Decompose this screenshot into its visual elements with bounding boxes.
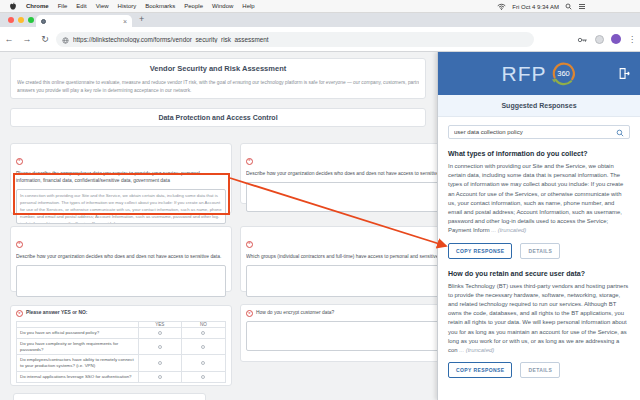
tab-close-icon[interactable]: × — [123, 18, 127, 25]
q6-textarea[interactable] — [246, 321, 439, 351]
menu-history[interactable]: History — [118, 3, 137, 9]
table-row: Do internal applications leverage SSO fo… — [17, 371, 225, 382]
table-row: Do employees/contractors have ability to… — [17, 354, 225, 371]
macos-menubar: Chrome File Edit View History Bookmarks … — [0, 0, 640, 13]
table-row: Do you have an official password policy? — [17, 327, 225, 338]
section-header-card: Data Protection and Access Control — [10, 108, 426, 127]
radio-no[interactable] — [201, 375, 205, 379]
menubar-clock[interactable]: Fri Oct 4 9:34 AM — [512, 4, 559, 10]
q5-row1-label: Do you have an official password policy? — [17, 328, 139, 338]
section-title: Data Protection and Access Control — [158, 114, 277, 121]
suggestion-card-2: How do you retain and secure user data? … — [438, 270, 640, 379]
chrome-menu-icon[interactable]: ⋮ — [628, 35, 636, 44]
screen: { "menubar": { "items": ["Chrome", "File… — [0, 0, 640, 400]
copy-response-button[interactable]: COPY RESPONSE — [448, 243, 512, 259]
panel-search-box[interactable]: user data collection policy — [448, 125, 630, 139]
table-row: Do you have complexity or length require… — [17, 338, 225, 355]
q5-row2-label: Do you have complexity or length require… — [17, 339, 139, 355]
radio-yes[interactable] — [158, 375, 162, 379]
suggestion-card-1: What types of information do you collect… — [438, 150, 640, 259]
site-globe-icon — [62, 30, 69, 48]
intro-text-line1: We created this online questionnaire to … — [17, 79, 419, 87]
details-button[interactable]: DETAILS — [520, 243, 560, 259]
details-button[interactable]: DETAILS — [520, 362, 560, 378]
new-tab-button[interactable]: + — [139, 14, 144, 24]
search-input[interactable]: user data collection policy — [454, 129, 616, 135]
rfp360-header: RFP 360 — [438, 52, 640, 95]
search-icon[interactable] — [616, 123, 624, 141]
question-card-q6: * How do you encrypt customer data? — [240, 304, 445, 362]
question-card-q5: * Please answer YES or NO: YES NO Do you… — [10, 305, 232, 386]
rfp360-logo-circle: 360 — [551, 61, 577, 87]
page-title: Vendor Security and Risk Assessment — [11, 64, 425, 73]
radio-no[interactable] — [201, 331, 205, 335]
apple-icon[interactable] — [9, 2, 17, 11]
wifi-icon[interactable] — [497, 3, 506, 11]
required-icon: * — [246, 158, 253, 165]
q2-textarea[interactable] — [246, 182, 439, 212]
rfp-logo-text: RFP — [502, 62, 547, 86]
suggestion-body: In connection with providing our Site an… — [448, 162, 630, 236]
radio-no[interactable] — [201, 361, 205, 365]
spotlight-icon[interactable] — [565, 3, 572, 11]
question-card-q2: * Describe how your organization decides… — [240, 143, 445, 204]
logout-icon[interactable] — [618, 66, 631, 84]
q4-label: Which groups (individual contractors and… — [246, 254, 439, 261]
q5-row3-label: Do employees/contractors have ability to… — [17, 355, 139, 371]
menu-window[interactable]: Window — [212, 3, 233, 9]
q5-row4-label: Do internal applications leverage SSO fo… — [17, 372, 139, 382]
col-header-yes: YES — [139, 322, 182, 327]
menu-view[interactable]: View — [96, 3, 109, 9]
radio-yes[interactable] — [158, 361, 162, 365]
radio-yes[interactable] — [158, 331, 162, 335]
reload-icon[interactable]: ↻ — [36, 34, 54, 44]
rfp-logo-360-text: 360 — [551, 61, 577, 87]
panel-subtitle: Suggested Responses — [501, 102, 576, 109]
address-bar[interactable]: https://blinkstechnology.com/forms/vendo… — [56, 32, 534, 47]
col-header-no: NO — [182, 322, 225, 327]
rfp360-extension-panel: RFP 360 Suggested Responses user data co… — [437, 52, 640, 400]
q3-label: Describe how your organization decides w… — [16, 254, 226, 261]
minimize-window-button[interactable] — [18, 17, 24, 23]
truncated-link[interactable]: ... (truncated) — [491, 227, 526, 233]
q6-label: How do you encrypt customer data? — [256, 310, 334, 317]
password-key-icon[interactable] — [577, 30, 588, 48]
tab-strip: × + — [0, 13, 640, 27]
q2-label: Describe how your organization decides w… — [246, 171, 439, 178]
browser-toolbar: ← → ↻ https://blinkstechnology.com/forms… — [0, 27, 640, 52]
zoom-window-button[interactable] — [28, 17, 34, 23]
q1-textarea[interactable]: In connection with providing our Site an… — [16, 189, 226, 224]
profile-avatar[interactable] — [611, 34, 621, 44]
menu-people[interactable]: People — [184, 3, 203, 9]
q3-textarea[interactable] — [16, 265, 226, 297]
extension-icon[interactable] — [595, 35, 604, 44]
forward-icon[interactable]: → — [18, 34, 36, 44]
truncated-link[interactable]: ... (truncated) — [459, 347, 494, 353]
partial-next-card — [13, 393, 206, 400]
question-card-q4: * Which groups (individual contractors a… — [240, 226, 445, 292]
form-header-card: Vendor Security and Risk Assessment We c… — [10, 58, 426, 99]
q5-label: Please answer YES or NO: — [26, 310, 87, 317]
menu-file[interactable]: File — [58, 3, 68, 9]
url-text: https://blinkstechnology.com/forms/vendo… — [73, 36, 269, 43]
radio-no[interactable] — [201, 345, 205, 349]
required-icon: * — [16, 310, 23, 317]
tab-favicon — [41, 19, 46, 24]
suggestion-body: Blinks Technology (BT) uses third-party … — [448, 282, 630, 356]
menu-help[interactable]: Help — [242, 3, 254, 9]
question-card-q3: * Describe how your organization decides… — [10, 226, 232, 292]
notification-center-icon[interactable] — [578, 3, 586, 11]
menu-edit[interactable]: Edit — [76, 3, 86, 9]
menu-chrome[interactable]: Chrome — [26, 3, 49, 9]
intro-text-line2: answers you provide will play a key role… — [17, 87, 419, 95]
required-icon: * — [16, 158, 23, 165]
browser-tab[interactable]: × — [36, 15, 132, 27]
close-window-button[interactable] — [8, 17, 14, 23]
radio-yes[interactable] — [158, 345, 162, 349]
copy-response-button[interactable]: COPY RESPONSE — [448, 362, 512, 378]
yes-no-table: YES NO Do you have an official password … — [16, 321, 226, 383]
q4-textarea[interactable] — [246, 265, 439, 297]
question-card-q1: * Please describe the company/user data … — [10, 143, 232, 214]
menu-bookmarks[interactable]: Bookmarks — [145, 3, 175, 9]
back-icon[interactable]: ← — [0, 34, 18, 44]
